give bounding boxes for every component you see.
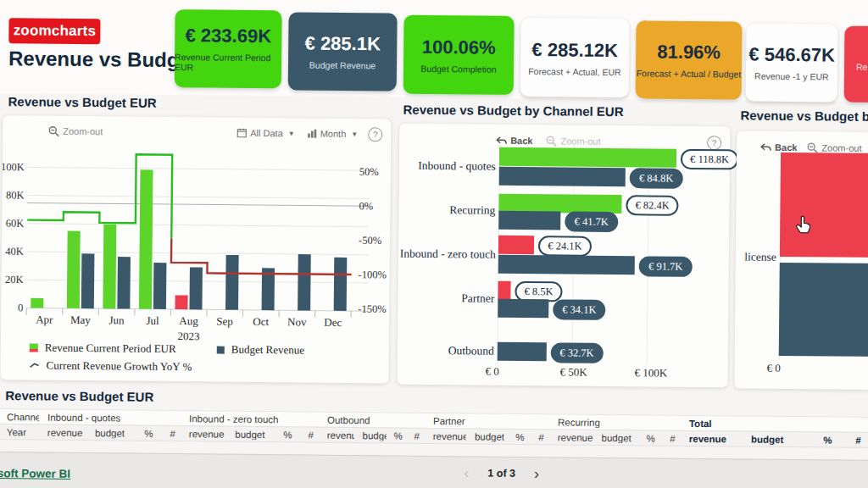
table-subcolumn-header[interactable]: %	[269, 430, 298, 440]
kpi-value: € 233.69K	[185, 25, 271, 47]
powerbi-footer-bar: rosoft Power BI ‹ 1 of 3 ›	[0, 452, 868, 488]
kpi-card[interactable]: € 233.69K Revenue Current Period EUR	[175, 9, 282, 88]
table-subcolumn-header[interactable]: #	[837, 435, 866, 445]
category-label: Recurring	[400, 203, 495, 218]
table-subcolumn-header[interactable]: %	[798, 435, 837, 445]
channel-chart-plot[interactable]: € 0 € 50K € 100KInbound - quotes € 118.8…	[397, 124, 730, 388]
revenue-bar[interactable]	[499, 147, 676, 168]
chevron-down-icon: ▼	[351, 130, 358, 138]
chart1-zoom-out-button[interactable]: Zoom-out	[48, 125, 103, 137]
revenue-bar-label: € 118.8K	[681, 149, 738, 170]
mouse-cursor-hand-icon	[795, 215, 812, 234]
table-subcolumn-header[interactable]: budget	[86, 428, 130, 438]
svg-text:Oct: Oct	[253, 315, 269, 328]
revenue-bar-label: € 82.4K	[626, 195, 679, 216]
budget-bar[interactable]	[499, 167, 626, 186]
table-group-header[interactable]: Inbound - zero touch	[181, 413, 279, 424]
table-group-header[interactable]: Recurring	[549, 417, 600, 428]
legend-line-swatch	[30, 362, 40, 369]
table-group-header[interactable]: Partner	[425, 415, 465, 425]
table-subcolumn-header[interactable]: %	[129, 428, 158, 438]
svg-text:-50%: -50%	[359, 235, 381, 247]
legend-item-revenue[interactable]: Revenue Current Period EUR	[30, 341, 176, 356]
kpi-card[interactable]: € 546.67K Revenue -1 y EUR	[746, 24, 838, 103]
kpi-value: 81.96%	[657, 42, 721, 64]
chart2-title: Revenue vs Budget by Channel EUR	[403, 103, 623, 119]
table-col-year[interactable]: Year	[0, 427, 26, 437]
table-subcolumn-header[interactable]: %	[387, 430, 408, 441]
table-subcolumn-header[interactable]: revenue	[425, 430, 466, 441]
svg-text:-150%: -150%	[358, 303, 386, 315]
x-axis-tick: € 0	[767, 362, 781, 375]
table-subcolumn-header[interactable]: #	[297, 430, 319, 440]
kpi-label: Forecast + Actual / Budget	[637, 68, 742, 79]
kpi-value: € 285.1K	[304, 33, 381, 56]
kpi-card[interactable]: € 285.12K Forecast + Actual, EUR	[520, 18, 630, 97]
svg-text:2023: 2023	[177, 330, 199, 342]
table-subcolumn-header[interactable]: revenue	[681, 433, 743, 444]
category-label: Inbound - zero touch	[400, 247, 495, 262]
table-subcolumn-header[interactable]: revenue	[319, 430, 354, 440]
revenue-bar-label: € 24.1K	[538, 236, 592, 257]
budget-bar[interactable]	[498, 255, 636, 275]
table-subcolumn-header[interactable]: %	[633, 433, 660, 443]
budget-bar[interactable]	[498, 342, 547, 362]
table-subcolumn-header[interactable]: budget	[466, 431, 504, 441]
table-subcolumn-header[interactable]: #	[408, 430, 425, 441]
chart1-interval-dropdown[interactable]: Month▼	[307, 129, 359, 140]
x-axis-tick: € 50K	[559, 365, 587, 379]
kpi-label: Forecast + Actual, EUR	[528, 66, 621, 77]
budget-bar[interactable]	[498, 299, 548, 319]
product-chart-plot[interactable]: license € 0	[734, 130, 868, 390]
legend-swatch-budget	[217, 346, 225, 353]
category-label: license	[734, 250, 776, 264]
table-title: Revenue vs Budget EUR	[5, 388, 153, 404]
table-subcolumn-header[interactable]: #	[159, 428, 181, 438]
kpi-label: Budget Completion	[420, 63, 496, 74]
chart1-help-button[interactable]: ?	[368, 127, 382, 141]
chevron-down-icon: ▼	[288, 130, 295, 137]
zoom-out-icon	[48, 125, 59, 136]
kpi-label: Revenue -1 y EUR	[754, 71, 829, 82]
kpi-card[interactable]: 81.96% Forecast + Actual / Budget	[636, 20, 743, 99]
budget-bar[interactable]	[779, 263, 868, 357]
next-page-button[interactable]: ›	[534, 469, 539, 479]
kpi-value: 100.06%	[422, 36, 496, 58]
table-subcolumn-header[interactable]: #	[660, 433, 681, 443]
revenue-bar[interactable]	[498, 236, 535, 254]
table-group-header[interactable]: Total	[681, 418, 712, 428]
table-subcolumn-header[interactable]: revenue	[181, 429, 227, 440]
powerbi-link[interactable]: rosoft Power BI	[0, 467, 70, 480]
revenue-bar[interactable]	[780, 152, 868, 258]
chart1-panel: Zoom-out All Data▼ Month▼	[0, 115, 391, 383]
kpi-card[interactable]: Re	[844, 26, 868, 103]
table-group-header[interactable]: Inbound - quotes	[39, 412, 120, 423]
table-subcolumn-header[interactable]: budget	[226, 429, 269, 439]
legend-item-growth[interactable]: Current Revenue Growth YoY %	[30, 358, 192, 374]
logo-text: zoomcharts	[14, 22, 97, 40]
revenue-bar[interactable]	[498, 281, 510, 300]
table-col-channel[interactable]: Channel	[0, 412, 39, 422]
kpi-card[interactable]: € 285.1K Budget Revenue	[288, 12, 398, 91]
budget-bar-label: € 84.8K	[630, 168, 683, 189]
combo-chart-plot[interactable]: 020K40K60K80K100K50%0%-50%-100%-150%AprM…	[1, 139, 391, 346]
table-subcolumn-header[interactable]: revenue	[549, 432, 593, 442]
kpi-label: Re	[856, 62, 868, 72]
bar-chart-icon	[307, 129, 317, 139]
calendar-icon	[236, 128, 247, 138]
table-subcolumn-header[interactable]: revenue	[39, 427, 86, 438]
legend-item-budget[interactable]: Budget Revenue	[217, 343, 304, 358]
svg-text:May: May	[70, 313, 91, 326]
budget-bar-label: € 91.7K	[639, 256, 693, 277]
table-subcolumn-header[interactable]: #	[530, 432, 549, 442]
svg-text:0: 0	[18, 302, 23, 313]
table-group-header[interactable]: Outbound	[319, 414, 370, 425]
prev-page-button[interactable]: ‹	[464, 468, 469, 478]
table-subcolumn-header[interactable]: budget	[743, 434, 798, 445]
table-subcolumn-header[interactable]: %	[504, 431, 529, 441]
budget-bar[interactable]	[498, 211, 561, 230]
chart1-all-data-dropdown[interactable]: All Data▼	[236, 128, 295, 139]
table-subcolumn-header[interactable]: budget	[354, 430, 387, 441]
table-subcolumn-header[interactable]: budget	[593, 432, 633, 442]
kpi-card[interactable]: 100.06% Budget Completion	[403, 15, 515, 95]
